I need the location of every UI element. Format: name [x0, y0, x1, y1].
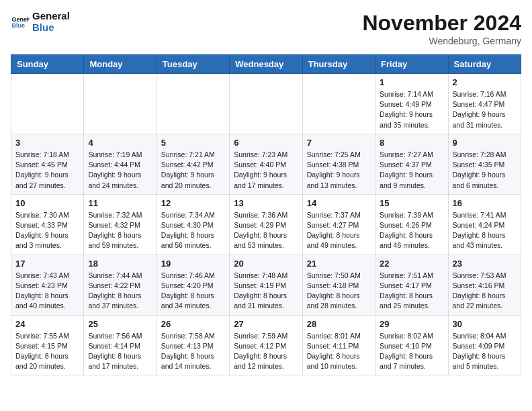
logo-general: General: [32, 10, 70, 21]
location-subtitle: Wendeburg, Germany: [362, 36, 521, 46]
weekday-header-friday: Friday: [375, 55, 448, 74]
day-info: Sunrise: 7:19 AM Sunset: 4:44 PM Dayligh…: [88, 150, 152, 191]
day-number: 15: [380, 198, 443, 208]
svg-text:Blue: Blue: [11, 22, 25, 29]
day-number: 28: [307, 319, 371, 329]
weekday-header-wednesday: Wednesday: [230, 55, 302, 74]
calendar-cell: 20Sunrise: 7:48 AM Sunset: 4:19 PM Dayli…: [230, 255, 302, 315]
day-info: Sunrise: 7:34 AM Sunset: 4:30 PM Dayligh…: [161, 210, 225, 251]
day-info: Sunrise: 7:36 AM Sunset: 4:29 PM Dayligh…: [234, 210, 298, 251]
day-info: Sunrise: 7:58 AM Sunset: 4:13 PM Dayligh…: [161, 331, 225, 372]
calendar-cell: 6Sunrise: 7:23 AM Sunset: 4:40 PM Daylig…: [230, 134, 302, 194]
day-info: Sunrise: 7:28 AM Sunset: 4:35 PM Dayligh…: [453, 150, 517, 191]
day-number: 24: [15, 319, 79, 329]
day-info: Sunrise: 7:56 AM Sunset: 4:14 PM Dayligh…: [88, 331, 152, 372]
month-title: November 2024: [362, 11, 521, 36]
calendar-cell: 30Sunrise: 8:04 AM Sunset: 4:09 PM Dayli…: [448, 315, 521, 375]
day-number: 21: [307, 259, 371, 269]
calendar-cell: 15Sunrise: 7:39 AM Sunset: 4:26 PM Dayli…: [375, 194, 448, 255]
day-info: Sunrise: 7:32 AM Sunset: 4:32 PM Dayligh…: [88, 210, 152, 251]
day-info: Sunrise: 7:14 AM Sunset: 4:49 PM Dayligh…: [380, 89, 443, 130]
day-info: Sunrise: 7:39 AM Sunset: 4:26 PM Dayligh…: [380, 210, 443, 251]
calendar-week-3: 10Sunrise: 7:30 AM Sunset: 4:33 PM Dayli…: [11, 194, 521, 255]
calendar-header-row: SundayMondayTuesdayWednesdayThursdayFrid…: [11, 55, 521, 74]
calendar-cell: 1Sunrise: 7:14 AM Sunset: 4:49 PM Daylig…: [375, 74, 448, 134]
day-info: Sunrise: 8:02 AM Sunset: 4:10 PM Dayligh…: [380, 331, 443, 372]
calendar-cell: 18Sunrise: 7:44 AM Sunset: 4:22 PM Dayli…: [84, 255, 157, 315]
calendar-week-5: 24Sunrise: 7:55 AM Sunset: 4:15 PM Dayli…: [11, 315, 521, 375]
day-number: 2: [453, 77, 517, 87]
calendar-cell: 4Sunrise: 7:19 AM Sunset: 4:44 PM Daylig…: [84, 134, 157, 194]
calendar-week-4: 17Sunrise: 7:43 AM Sunset: 4:23 PM Dayli…: [11, 255, 521, 315]
calendar-cell: 8Sunrise: 7:27 AM Sunset: 4:37 PM Daylig…: [375, 134, 448, 194]
day-number: 18: [88, 259, 152, 269]
day-number: 9: [453, 138, 517, 148]
day-info: Sunrise: 7:53 AM Sunset: 4:16 PM Dayligh…: [453, 271, 517, 312]
day-info: Sunrise: 7:41 AM Sunset: 4:24 PM Dayligh…: [453, 210, 517, 251]
day-info: Sunrise: 7:30 AM Sunset: 4:33 PM Dayligh…: [15, 210, 79, 251]
day-info: Sunrise: 7:44 AM Sunset: 4:22 PM Dayligh…: [88, 271, 152, 312]
day-number: 1: [380, 77, 443, 87]
day-number: 12: [161, 198, 225, 208]
day-number: 17: [15, 259, 79, 269]
calendar-cell: [84, 74, 157, 134]
day-info: Sunrise: 7:25 AM Sunset: 4:38 PM Dayligh…: [307, 150, 371, 191]
day-number: 8: [380, 138, 443, 148]
day-number: 26: [161, 319, 225, 329]
weekday-header-saturday: Saturday: [448, 55, 521, 74]
day-number: 25: [88, 319, 152, 329]
day-number: 23: [453, 259, 517, 269]
calendar-cell: 14Sunrise: 7:37 AM Sunset: 4:27 PM Dayli…: [302, 194, 375, 255]
calendar-cell: 26Sunrise: 7:58 AM Sunset: 4:13 PM Dayli…: [157, 315, 229, 375]
day-number: 7: [307, 138, 371, 148]
day-info: Sunrise: 8:01 AM Sunset: 4:11 PM Dayligh…: [307, 331, 371, 372]
calendar-cell: [302, 74, 375, 134]
day-number: 20: [234, 259, 298, 269]
day-number: 11: [88, 198, 152, 208]
calendar-cell: 23Sunrise: 7:53 AM Sunset: 4:16 PM Dayli…: [448, 255, 521, 315]
day-info: Sunrise: 7:43 AM Sunset: 4:23 PM Dayligh…: [15, 271, 79, 312]
calendar-cell: 22Sunrise: 7:51 AM Sunset: 4:17 PM Dayli…: [375, 255, 448, 315]
day-info: Sunrise: 7:27 AM Sunset: 4:37 PM Dayligh…: [380, 150, 443, 191]
day-number: 10: [15, 198, 79, 208]
weekday-header-sunday: Sunday: [11, 55, 84, 74]
calendar-week-2: 3Sunrise: 7:18 AM Sunset: 4:45 PM Daylig…: [11, 134, 521, 194]
logo: General Blue General Blue: [11, 11, 70, 33]
weekday-header-monday: Monday: [84, 55, 157, 74]
day-number: 19: [161, 259, 225, 269]
logo-blue: Blue: [32, 21, 54, 33]
day-number: 4: [88, 138, 152, 148]
calendar-cell: 17Sunrise: 7:43 AM Sunset: 4:23 PM Dayli…: [11, 255, 84, 315]
calendar-cell: 21Sunrise: 7:50 AM Sunset: 4:18 PM Dayli…: [302, 255, 375, 315]
calendar-cell: 3Sunrise: 7:18 AM Sunset: 4:45 PM Daylig…: [11, 134, 84, 194]
calendar-table: SundayMondayTuesdayWednesdayThursdayFrid…: [11, 54, 521, 375]
weekday-header-thursday: Thursday: [302, 55, 375, 74]
day-info: Sunrise: 7:48 AM Sunset: 4:19 PM Dayligh…: [234, 271, 298, 312]
day-number: 27: [234, 319, 298, 329]
day-number: 30: [453, 319, 517, 329]
day-info: Sunrise: 8:04 AM Sunset: 4:09 PM Dayligh…: [453, 331, 517, 372]
page-header: General Blue General Blue November 2024 …: [11, 11, 521, 46]
day-info: Sunrise: 7:50 AM Sunset: 4:18 PM Dayligh…: [307, 271, 371, 312]
calendar-cell: 5Sunrise: 7:21 AM Sunset: 4:42 PM Daylig…: [157, 134, 229, 194]
weekday-header-tuesday: Tuesday: [157, 55, 229, 74]
title-block: November 2024 Wendeburg, Germany: [362, 11, 521, 46]
calendar-cell: [230, 74, 302, 134]
day-info: Sunrise: 7:55 AM Sunset: 4:15 PM Dayligh…: [15, 331, 79, 372]
day-number: 29: [380, 319, 443, 329]
day-number: 16: [453, 198, 517, 208]
day-info: Sunrise: 7:51 AM Sunset: 4:17 PM Dayligh…: [380, 271, 443, 312]
day-number: 6: [234, 138, 298, 148]
day-number: 14: [307, 198, 371, 208]
calendar-cell: [157, 74, 229, 134]
calendar-cell: 29Sunrise: 8:02 AM Sunset: 4:10 PM Dayli…: [375, 315, 448, 375]
calendar-cell: 16Sunrise: 7:41 AM Sunset: 4:24 PM Dayli…: [448, 194, 521, 255]
calendar-cell: 12Sunrise: 7:34 AM Sunset: 4:30 PM Dayli…: [157, 194, 229, 255]
calendar-cell: 13Sunrise: 7:36 AM Sunset: 4:29 PM Dayli…: [230, 194, 302, 255]
day-info: Sunrise: 7:23 AM Sunset: 4:40 PM Dayligh…: [234, 150, 298, 191]
day-info: Sunrise: 7:16 AM Sunset: 4:47 PM Dayligh…: [453, 89, 517, 130]
day-info: Sunrise: 7:18 AM Sunset: 4:45 PM Dayligh…: [15, 150, 79, 191]
calendar-body: 1Sunrise: 7:14 AM Sunset: 4:49 PM Daylig…: [11, 74, 521, 375]
calendar-cell: 7Sunrise: 7:25 AM Sunset: 4:38 PM Daylig…: [302, 134, 375, 194]
calendar-cell: 24Sunrise: 7:55 AM Sunset: 4:15 PM Dayli…: [11, 315, 84, 375]
